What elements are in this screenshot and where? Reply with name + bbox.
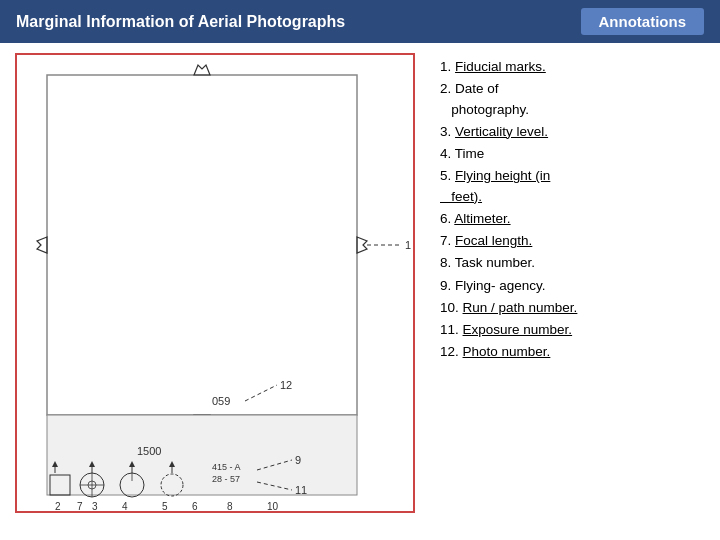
- annotation-item-4: Time: [440, 144, 710, 164]
- annotation-item-7: Focal length.: [440, 231, 710, 251]
- annotations-list: Fiducial marks. Date of photography. Ver…: [440, 57, 710, 363]
- svg-text:5: 5: [162, 501, 168, 512]
- annotation-item-3: Verticality level.: [440, 122, 710, 142]
- annotation-item-9: Flying- agency.: [440, 276, 710, 296]
- annotations-button[interactable]: Annotations: [581, 8, 705, 35]
- photo-panel: 1 2 7 3 4 5 6 8 10: [0, 43, 430, 540]
- annotation-item-11: Exposure number.: [440, 320, 710, 340]
- annotation-item-8: Task number.: [440, 253, 710, 273]
- svg-text:12: 12: [280, 379, 292, 391]
- annotation-text: Flying height (in feet).: [440, 168, 550, 203]
- annotation-item-1: Fiducial marks.: [440, 57, 710, 77]
- annotation-item-6: Altimeter.: [440, 209, 710, 229]
- svg-text:10: 10: [267, 501, 279, 512]
- annotation-text: Altimeter.: [454, 211, 510, 226]
- photo-frame: 1 2 7 3 4 5 6 8 10: [15, 53, 415, 513]
- annotation-text: Run / path number.: [463, 300, 578, 315]
- annotations-panel: Fiducial marks. Date of photography. Ver…: [430, 43, 720, 540]
- svg-text:7: 7: [77, 501, 83, 512]
- annotation-text: Time: [455, 146, 485, 161]
- svg-text:8: 8: [227, 501, 233, 512]
- svg-text:6: 6: [192, 501, 198, 512]
- annotation-text: Date of photography.: [440, 81, 529, 116]
- annotation-text: Fiducial marks.: [455, 59, 546, 74]
- svg-rect-3: [47, 415, 357, 495]
- annotation-text: Verticality level.: [455, 124, 548, 139]
- header-bar: Marginal Information of Aerial Photograp…: [0, 0, 720, 43]
- annotation-item-10: Run / path number.: [440, 298, 710, 318]
- page-title: Marginal Information of Aerial Photograp…: [16, 13, 345, 31]
- svg-text:1: 1: [405, 239, 411, 251]
- annotation-item-12: Photo number.: [440, 342, 710, 362]
- svg-text:4: 4: [122, 501, 128, 512]
- svg-text:28 - 57: 28 - 57: [212, 474, 240, 484]
- svg-text:11: 11: [295, 484, 307, 496]
- main-content: 1 2 7 3 4 5 6 8 10: [0, 43, 720, 540]
- svg-text:059: 059: [212, 395, 230, 407]
- svg-text:415 - A: 415 - A: [212, 462, 241, 472]
- svg-text:3: 3: [92, 501, 98, 512]
- svg-text:9: 9: [295, 454, 301, 466]
- annotation-text: Focal length.: [455, 233, 532, 248]
- annotation-text: Task number.: [455, 255, 535, 270]
- svg-text:2: 2: [55, 501, 61, 512]
- aerial-photo-diagram: 1 2 7 3 4 5 6 8 10: [17, 55, 415, 513]
- svg-line-21: [245, 385, 277, 401]
- annotation-item-2: Date of photography.: [440, 79, 710, 120]
- annotation-text: Flying- agency.: [455, 278, 546, 293]
- svg-text:1500: 1500: [137, 445, 161, 457]
- svg-rect-0: [47, 75, 357, 415]
- annotation-text: Exposure number.: [463, 322, 573, 337]
- annotation-text: Photo number.: [463, 344, 551, 359]
- annotation-item-5: Flying height (in feet).: [440, 166, 710, 207]
